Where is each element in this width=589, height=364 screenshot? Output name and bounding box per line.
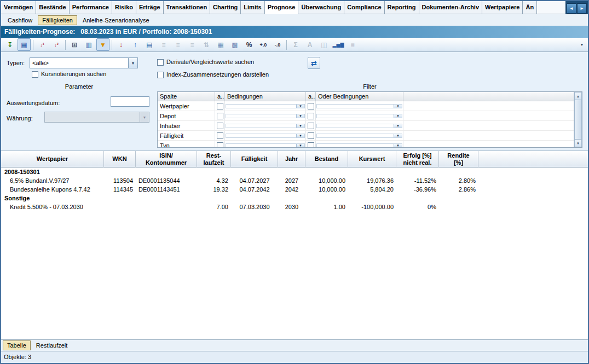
grid-lines-icon[interactable]: ▦ [214, 38, 227, 51]
index-checkbox-row[interactable]: Index-Zusammensetzungen darstellen [157, 71, 269, 78]
filter-or-active-checkbox[interactable] [308, 132, 314, 139]
filter-or-condition-combo[interactable]: ▼ [316, 114, 402, 118]
tab-bestände[interactable]: Bestände [36, 1, 70, 14]
tab-fälligkeiten[interactable]: Fälligkeiten [38, 15, 77, 25]
chevron-down-icon[interactable]: ▼ [296, 124, 304, 128]
column-header-5[interactable]: Jahr [278, 151, 305, 167]
scroll-up-icon[interactable]: ▲ [574, 92, 582, 100]
tab-performance[interactable]: Performance [70, 1, 112, 14]
filter-or-condition-combo[interactable]: ▼ [316, 124, 402, 128]
typen-select[interactable]: <alle> ▼ [30, 57, 138, 68]
remove-row-icon[interactable]: ↑ [129, 38, 142, 51]
filter-row[interactable]: Fälligkeit▼▼ [158, 131, 574, 141]
tab-prognose[interactable]: Prognose [264, 1, 299, 14]
filter-condition-combo[interactable]: ▼ [226, 114, 305, 118]
column-header-2[interactable]: ISIN/ Kontonummer [136, 151, 197, 167]
tab-risiko[interactable]: Risiko [112, 1, 136, 14]
filter-active-checkbox[interactable] [217, 113, 223, 119]
column-header-0[interactable]: Wertpapier [1, 151, 104, 167]
tab-compliance[interactable]: Compliance [344, 1, 384, 14]
tab-anleihe-szenarioanalyse[interactable]: Anleihe-Szenarioanalyse [78, 15, 154, 25]
sort-level-2-icon[interactable]: ↓² [50, 38, 63, 51]
table-row[interactable]: Kredit 5.500% - 07.03.20307.0007.03.2030… [1, 203, 588, 211]
tab-wertpapiere[interactable]: Wertpapiere [482, 1, 523, 14]
filter-or-active-checkbox[interactable] [308, 113, 314, 119]
filter-active-checkbox[interactable] [217, 103, 223, 109]
chevron-down-icon[interactable]: ▼ [394, 144, 402, 147]
filter-active-checkbox[interactable] [217, 132, 223, 139]
filter-or-condition-combo[interactable]: ▼ [316, 143, 402, 148]
table-chart-icon[interactable]: ▦ [18, 38, 31, 51]
toolbar-overflow-button[interactable]: ▼ [578, 39, 586, 50]
filter-condition-combo[interactable]: ▼ [226, 143, 305, 148]
filter-row[interactable]: Depot▼▼ [158, 111, 574, 121]
filter-or-active-checkbox[interactable] [308, 142, 314, 148]
table-row[interactable]: 6,5% Bundanl.V.97/27113504DE00011350444.… [1, 176, 588, 185]
filter-condition-combo[interactable]: ▼ [226, 124, 305, 128]
chevron-down-icon[interactable]: ▼ [394, 105, 402, 108]
kursnotierungen-checkbox-row[interactable]: Kursnotierungen suchen [32, 71, 106, 78]
filter-or-condition-combo[interactable]: ▼ [316, 134, 402, 138]
filter-condition-combo[interactable]: ▼ [226, 104, 305, 108]
tab-limits[interactable]: Limits [241, 1, 264, 14]
tab-charting[interactable]: Charting [210, 1, 241, 14]
group-row[interactable]: 2008-150301 [1, 167, 588, 176]
filter-condition-combo[interactable]: ▼ [226, 134, 305, 138]
tab-transaktionen[interactable]: Transaktionen [164, 1, 211, 14]
checkbox-icon[interactable] [157, 59, 164, 66]
layout-grid-icon[interactable]: ▥ [82, 38, 95, 51]
scroll-tabs-right-button[interactable]: ► [577, 3, 587, 14]
chevron-down-icon[interactable]: ▼ [296, 105, 304, 108]
column-header-4[interactable]: Fälligkeit [231, 151, 278, 167]
tab-tabelle[interactable]: Tabelle [3, 340, 31, 350]
scroll-tabs-left-button[interactable]: ◄ [567, 3, 576, 14]
filter-active-checkbox[interactable] [217, 123, 223, 129]
export-data-icon[interactable]: ↧ [3, 38, 16, 51]
chevron-down-icon[interactable]: ▼ [394, 134, 402, 137]
filter-or-active-checkbox[interactable] [308, 103, 314, 109]
chevron-down-icon[interactable]: ▼ [394, 114, 402, 118]
percent-icon[interactable]: % [242, 38, 256, 51]
shade-rows-icon[interactable]: ▩ [228, 38, 241, 51]
column-header-9[interactable]: Rendite [%] [439, 151, 478, 167]
increase-decimal-icon[interactable]: +.0 [257, 38, 270, 51]
auswertungsdatum-input[interactable] [111, 96, 149, 107]
decrease-decimal-icon[interactable]: -.0 [271, 38, 284, 51]
refresh-button[interactable]: ⇄ [308, 57, 320, 69]
tab-überwachung[interactable]: Überwachung [298, 1, 344, 14]
sort-level-1-icon[interactable]: ↓¹ [36, 38, 49, 51]
derivate-checkbox-row[interactable]: Derivate/Vergleichswerte suchen [157, 59, 254, 66]
tab-cashflow[interactable]: Cashflow [3, 15, 37, 25]
filter-or-condition-combo[interactable]: ▼ [316, 104, 402, 108]
tab-reporting[interactable]: Reporting [385, 1, 419, 14]
filter-row[interactable]: Wertpapier▼▼ [158, 101, 574, 111]
filter-icon[interactable]: ▼ [96, 38, 109, 51]
scrollbar-thumb[interactable] [574, 100, 582, 139]
column-header-7[interactable]: Kurswert [348, 151, 396, 167]
chevron-down-icon[interactable]: ▼ [296, 134, 304, 137]
column-header-6[interactable]: Bestand [305, 151, 348, 167]
filter-row[interactable]: Inhaber▼▼ [158, 121, 574, 131]
group-row[interactable]: Sonstige [1, 194, 588, 203]
tab-än[interactable]: Än [523, 1, 537, 14]
chevron-down-icon[interactable]: ▼ [128, 58, 137, 68]
column-header-8[interactable]: Erfolg [%] nicht real. [396, 151, 439, 167]
tab-restlaufzeit[interactable]: Restlaufzeit [32, 340, 72, 350]
table-row[interactable]: Bundesanleihe Kupons 4.7.42114345DE00011… [1, 185, 588, 194]
filter-or-active-checkbox[interactable] [308, 123, 314, 129]
chevron-down-icon[interactable]: ▼ [394, 124, 402, 128]
bar-chart-icon[interactable]: ▂▅▇ [332, 38, 345, 51]
checkbox-icon[interactable] [32, 71, 38, 78]
scroll-down-icon[interactable]: ▼ [574, 139, 582, 147]
chevron-down-icon[interactable]: ▼ [296, 144, 304, 147]
chevron-down-icon[interactable]: ▼ [296, 114, 304, 118]
insert-row-icon[interactable]: ↓ [114, 38, 128, 51]
freeze-pane-icon[interactable]: ▤ [143, 38, 156, 51]
filter-active-checkbox[interactable] [217, 142, 223, 148]
tab-erträge[interactable]: Erträge [136, 1, 164, 14]
checkbox-icon[interactable] [157, 72, 164, 78]
filter-scrollbar[interactable]: ▲ ▼ [574, 92, 582, 147]
column-header-1[interactable]: WKN [104, 151, 136, 167]
tab-dokumenten-archiv[interactable]: Dokumenten-Archiv [419, 1, 483, 14]
pin-columns-icon[interactable]: ⊞ [68, 38, 81, 51]
